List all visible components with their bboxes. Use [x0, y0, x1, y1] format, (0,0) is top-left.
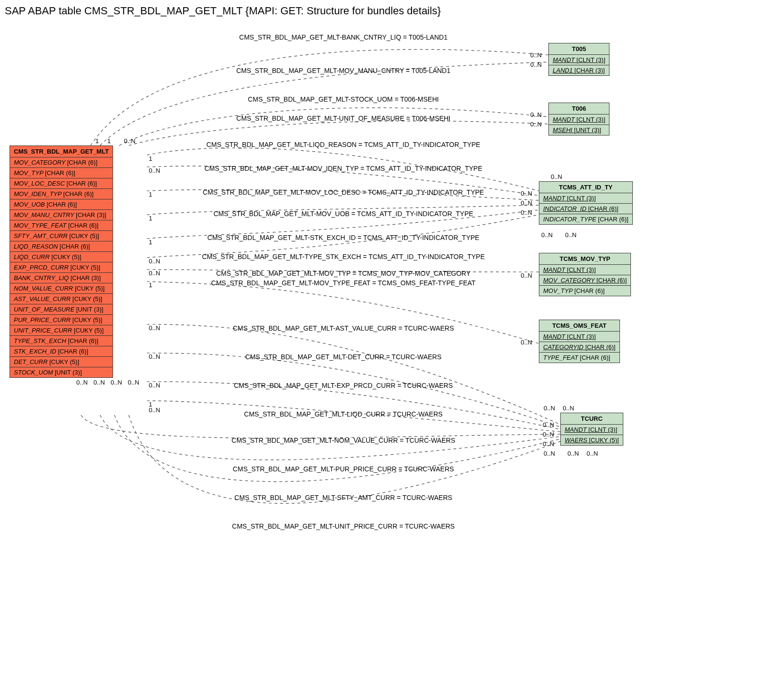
cardinality: 1 [107, 137, 111, 145]
ref-table-header: TCMS_ATT_ID_TY [539, 182, 632, 193]
cardinality: 0..N [128, 379, 139, 386]
cardinality: 0..N [563, 405, 574, 412]
table-field: MSEHI [UNIT (3)] [549, 125, 609, 135]
relation-label: CMS_STR_BDL_MAP_GET_MLT-MOV_MANU_CNTRY =… [176, 67, 510, 74]
cardinality: 1 [149, 191, 152, 198]
relation-label: CMS_STR_BDL_MAP_GET_MLT-MOV_LOC_DESC = T… [176, 188, 510, 196]
cardinality: 0..N [521, 190, 532, 197]
table-field: CATEGORYID [CHAR (6)] [539, 342, 619, 353]
table-field: MANDT [CLNT (3)] [539, 265, 630, 275]
table-field: MOV_MANU_CNTRY [CHAR (3)] [10, 210, 113, 220]
table-field: EXP_PRCD_CURR [CUKY (5)] [10, 262, 113, 273]
relation-label: CMS_STR_BDL_MAP_GET_MLT-MOV_TYP = TCMS_M… [176, 270, 510, 277]
table-field: MANDT [CLNT (3)] [549, 55, 609, 65]
cardinality: 0..N [124, 137, 135, 145]
table-field: MOV_CATEGORY [CHAR (6)] [539, 275, 630, 286]
er-diagram: CMS_STR_BDL_MAP_GET_MLT MOV_CATEGORY [CH… [5, 19, 777, 687]
cardinality: 1 [149, 281, 152, 289]
cardinality: 1 [149, 239, 152, 246]
table-field: BANK_CNTRY_LIQ [CHAR (3)] [10, 273, 113, 283]
cardinality: 0..N [565, 231, 577, 239]
cardinality: 0..N [530, 121, 542, 128]
cardinality: 0..N [530, 111, 542, 118]
relation-label: CMS_STR_BDL_MAP_GET_MLT-LIQD_REASON = TC… [176, 141, 510, 148]
ref-table-tcurc: TCURC MANDT [CLNT (3)]WAERS [CUKY (5)] [560, 413, 623, 446]
table-field: NOM_VALUE_CURR [CUKY (5)] [10, 283, 113, 294]
relation-label: CMS_STR_BDL_MAP_GET_MLT-AST_VALUE_CURR =… [176, 324, 510, 332]
table-field: WAERS [CUKY (5)] [561, 435, 623, 445]
table-field: MANDT [CLNT (3)] [561, 425, 623, 435]
table-field: MOV_TYPE_FEAT [CHAR (6)] [10, 220, 113, 231]
table-field: MOV_TYP [CHAR (6)] [539, 286, 630, 296]
ref-table-header: TCMS_MOV_TYP [539, 253, 630, 265]
relation-label: CMS_STR_BDL_MAP_GET_MLT-MOV_TYPE_FEAT = … [176, 279, 510, 287]
cardinality: 0..N [530, 61, 542, 68]
table-field: SFTY_AMT_CURR [CUKY (5)] [10, 231, 113, 241]
cardinality: 0..N [76, 379, 88, 386]
table-field: INDICATOR_TYPE [CHAR (6)] [539, 214, 632, 224]
cardinality: 0..N [543, 440, 554, 448]
cardinality: 0..N [521, 199, 532, 207]
table-field: DET_CURR [CUKY (5)] [10, 357, 113, 367]
cardinality: 0..N [567, 450, 579, 457]
cardinality: 0..N [93, 379, 105, 386]
relation-label: CMS_STR_BDL_MAP_GET_MLT-UNIT_OF_MEASURE … [176, 114, 510, 122]
cardinality: 0..N [544, 405, 555, 412]
main-table: CMS_STR_BDL_MAP_GET_MLT MOV_CATEGORY [CH… [10, 146, 113, 378]
table-field: MOV_CATEGORY [CHAR (6)] [10, 157, 113, 168]
cardinality: 0..N [551, 173, 562, 180]
cardinality: 0..N [521, 272, 532, 279]
cardinality: 0..N [543, 421, 554, 428]
relation-label: CMS_STR_BDL_MAP_GET_MLT-SFTY_AMT_CURR = … [176, 494, 510, 501]
cardinality: 0..N [149, 258, 160, 265]
relation-label: CMS_STR_BDL_MAP_GET_MLT-UNIT_PRICE_CURR … [176, 522, 510, 530]
relation-label: CMS_STR_BDL_MAP_GET_MLT-PUR_PRICE_CURR =… [176, 465, 510, 473]
table-field: MANDT [CLNT (3)] [549, 114, 609, 125]
cardinality: 0..N [111, 379, 122, 386]
cardinality: 1 [149, 215, 152, 222]
cardinality: 0..N [544, 450, 555, 457]
table-field: MANDT [CLNT (3)] [539, 193, 632, 204]
relation-label: CMS_STR_BDL_MAP_GET_MLT-NOM_VALUE_CURR =… [176, 437, 510, 444]
table-field: LIQD_REASON [CHAR (6)] [10, 241, 113, 252]
relation-label: CMS_STR_BDL_MAP_GET_MLT-MOV_IDEN_TYP = T… [176, 165, 510, 172]
cardinality: 1 [149, 155, 152, 162]
relation-label: CMS_STR_BDL_MAP_GET_MLT-LIQD_CURR = TCUR… [176, 410, 510, 418]
table-field: AST_VALUE_CURR [CUKY (5)] [10, 294, 113, 304]
relation-label: CMS_STR_BDL_MAP_GET_MLT-STK_EXCH_ID = TC… [176, 234, 510, 241]
cardinality: 0..N [530, 52, 542, 59]
page-title: SAP ABAP table CMS_STR_BDL_MAP_GET_MLT {… [5, 5, 784, 17]
ref-table-tcms-mov: TCMS_MOV_TYP MANDT [CLNT (3)]MOV_CATEGOR… [539, 253, 631, 296]
relation-label: CMS_STR_BDL_MAP_GET_MLT-TYPE_STK_EXCH = … [176, 253, 510, 260]
cardinality: 0..N [543, 431, 554, 438]
table-field: INDICATOR_ID [CHAR (6)] [539, 204, 632, 214]
ref-table-t006: T006 MANDT [CLNT (3)]MSEHI [UNIT (3)] [548, 103, 609, 135]
cardinality: 0..N [587, 450, 598, 457]
table-field: MOV_LOC_DESC [CHAR (6)] [10, 178, 113, 189]
cardinality: 0..N [149, 167, 160, 174]
cardinality: 0..N [149, 353, 160, 360]
table-field: MOV_TYP [CHAR (6)] [10, 168, 113, 178]
cardinality: 0..N [541, 231, 553, 239]
main-table-header: CMS_STR_BDL_MAP_GET_MLT [10, 146, 113, 157]
ref-table-header: T005 [549, 43, 609, 55]
table-field: TYPE_FEAT [CHAR (6)] [539, 353, 619, 363]
table-field: LAND1 [CHAR (3)] [549, 65, 609, 75]
table-field: UNIT_OF_MEASURE [UNIT (3)] [10, 304, 113, 315]
cardinality: 0..N [149, 406, 160, 414]
table-field: PUR_PRICE_CURR [CUKY (5)] [10, 315, 113, 325]
cardinality: 0..N [149, 382, 160, 389]
relation-label: CMS_STR_BDL_MAP_GET_MLT-STOCK_UOM = T006… [176, 95, 510, 103]
ref-table-header: TCMS_OMS_FEAT [539, 320, 619, 332]
ref-table-tcms-oms: TCMS_OMS_FEAT MANDT [CLNT (3)]CATEGORYID… [539, 320, 620, 363]
table-field: LIQD_CURR [CUKY (5)] [10, 252, 113, 262]
cardinality: 0..N [149, 324, 160, 332]
table-field: STOCK_UOM [UNIT (3)] [10, 367, 113, 377]
table-field: TYPE_STK_EXCH [CHAR (6)] [10, 336, 113, 346]
cardinality: 0..N [521, 209, 532, 216]
ref-table-tcms-att: TCMS_ATT_ID_TY MANDT [CLNT (3)]INDICATOR… [539, 181, 633, 225]
relation-label: CMS_STR_BDL_MAP_GET_MLT-MOV_UOB = TCMS_A… [176, 210, 510, 218]
ref-table-t005: T005 MANDT [CLNT (3)]LAND1 [CHAR (3)] [548, 43, 609, 76]
cardinality: 0..N [149, 270, 160, 277]
ref-table-header: T006 [549, 103, 609, 114]
